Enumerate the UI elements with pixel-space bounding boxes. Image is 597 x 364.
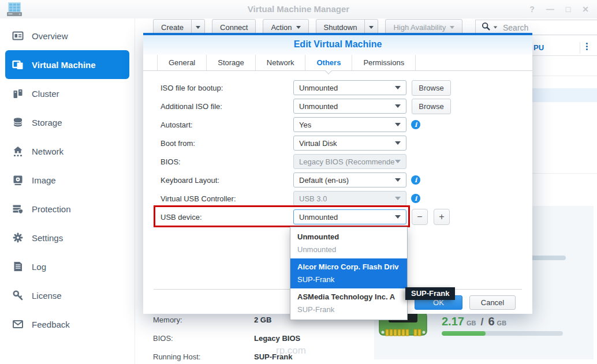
virtual-machine-icon — [12, 58, 24, 71]
memory-progress-fill — [442, 331, 486, 336]
usb-device-option-asmedia-technology-inc-a[interactable]: ASMedia Technology Inc. ASUP-Frank — [290, 288, 407, 318]
browse-button[interactable]: Browse — [412, 80, 451, 96]
info-icon[interactable]: i — [411, 175, 420, 185]
field-label: Additional ISO file: — [161, 102, 293, 111]
select-value: Legacy BIOS (Recommende — [299, 157, 394, 166]
tab-general[interactable]: General — [157, 55, 207, 70]
cpu-column-header: PU — [533, 43, 544, 52]
sidebar-item-label: Network — [32, 147, 64, 156]
select-value: Unmounted — [299, 213, 338, 222]
iso-file-for-bootup-select[interactable]: Unmounted — [293, 80, 406, 95]
usb-device-option-unmounted[interactable]: UnmountedUnmounted — [290, 228, 407, 258]
select-value: USB 3.0 — [299, 194, 327, 203]
column-divider — [580, 42, 580, 54]
select-value: Unmounted — [299, 84, 338, 92]
sidebar-item-feedback[interactable]: Feedback — [5, 310, 129, 339]
chevron-down-icon — [395, 123, 401, 126]
maximize-button[interactable]: □ — [566, 4, 570, 14]
table-row-divider — [531, 76, 597, 76]
sidebar-item-label: Settings — [32, 233, 63, 243]
option-title: ASMedia Technology Inc. A — [297, 292, 400, 301]
more-options-icon[interactable] — [586, 43, 588, 50]
memory-used-unit: GB — [467, 320, 476, 327]
dialog-tabs: GeneralStorageNetworkOthersPermissions — [143, 55, 532, 71]
search-icon — [482, 22, 490, 33]
tab-permissions[interactable]: Permissions — [352, 55, 416, 70]
vm-table-header: PU — [531, 40, 597, 56]
chevron-down-icon — [196, 26, 200, 29]
field-label: USB device: — [161, 213, 293, 222]
sidebar-item-log[interactable]: Log — [5, 252, 129, 281]
cpu-usage-bar — [532, 256, 566, 260]
autostart-select[interactable]: Yes — [293, 117, 406, 132]
add-usb-device-button[interactable]: + — [434, 209, 450, 225]
minimize-button[interactable]: — — [546, 4, 554, 14]
additional-iso-file-select[interactable]: Unmounted — [293, 99, 406, 114]
help-button[interactable]: ? — [529, 4, 535, 14]
dialog-title: Edit Virtual Machine — [143, 35, 532, 55]
sidebar-item-storage[interactable]: Storage — [5, 108, 129, 137]
sidebar-item-label: Log — [32, 262, 46, 272]
tab-network[interactable]: Network — [256, 55, 306, 70]
memory-total-unit: GB — [497, 320, 507, 327]
sidebar-item-protection[interactable]: Protection — [5, 194, 129, 223]
memory-usage-text: 2.17 GB / 6 GB — [442, 315, 506, 328]
search-filter-caret-icon[interactable] — [494, 27, 497, 29]
sidebar-item-license[interactable]: License — [5, 281, 129, 310]
field-label: Virtual USB Controller: — [161, 194, 293, 203]
keyboard-layout-select[interactable]: Default (en-us) — [293, 172, 406, 187]
field-label: Boot from: — [161, 139, 293, 148]
protection-icon — [12, 202, 24, 215]
bios-select: Legacy BIOS (Recommende — [293, 154, 406, 169]
info-icon[interactable]: i — [411, 194, 420, 203]
chevron-down-icon — [395, 86, 401, 89]
boot-from-select[interactable]: Virtual Disk — [293, 136, 406, 151]
form-row-autostart: Autostart:Yesi — [143, 115, 532, 134]
chevron-down-icon — [395, 160, 401, 163]
select-value: Yes — [299, 121, 311, 129]
app-title: Virtual Machine Manager — [0, 4, 597, 14]
field-label: Keyboard Layout: — [161, 176, 293, 185]
selected-table-row[interactable] — [531, 88, 597, 102]
tab-others[interactable]: Others — [305, 55, 352, 70]
chevron-down-icon — [395, 215, 401, 219]
edit-virtual-machine-dialog: Edit Virtual Machine GeneralStorageNetwo… — [143, 33, 532, 314]
sidebar-item-virtual-machine[interactable]: Virtual Machine — [5, 50, 129, 79]
form-row-bios: BIOS:Legacy BIOS (Recommende — [143, 152, 532, 171]
sup-frank-tooltip: SUP-Frank — [405, 287, 455, 300]
sidebar-item-cluster[interactable]: Cluster — [5, 79, 129, 108]
sidebar-item-overview[interactable]: Overview — [5, 21, 129, 50]
select-value: Unmounted — [299, 102, 338, 111]
remove-usb-device-button[interactable]: − — [412, 209, 428, 225]
usb-device-select[interactable]: Unmounted — [293, 209, 406, 224]
sidebar-item-label: Storage — [32, 118, 62, 127]
sidebar-item-label: Feedback — [32, 320, 70, 329]
sidebar-item-label: Cluster — [32, 89, 59, 99]
sidebar-item-image[interactable]: Image — [5, 166, 129, 194]
cancel-button[interactable]: Cancel — [469, 295, 516, 310]
log-icon — [12, 260, 24, 273]
field-label: BIOS: — [161, 157, 293, 166]
chevron-down-icon — [395, 197, 401, 200]
close-button[interactable]: ✕ — [582, 4, 589, 14]
usb-device-option-alcor-micro-corp-flash-driv[interactable]: Alcor Micro Corp. Flash DrivSUP-Frank — [290, 258, 407, 288]
info-icon[interactable]: i — [411, 120, 420, 129]
detail-label: BIOS: — [153, 334, 254, 343]
option-subtitle: SUP-Frank — [297, 305, 400, 314]
watermark: rp.com — [276, 345, 306, 357]
detail-value: 2 GB — [254, 316, 271, 324]
sidebar-item-network[interactable]: Network — [5, 137, 129, 166]
form-row-iso-file-for-bootup: ISO file for bootup:UnmountedBrowse — [143, 78, 532, 97]
tab-storage[interactable]: Storage — [207, 55, 256, 70]
sidebar-item-settings[interactable]: Settings — [5, 223, 129, 252]
option-title: Alcor Micro Corp. Flash Driv — [297, 262, 400, 271]
memory-separator: / — [480, 316, 483, 328]
option-subtitle: SUP-Frank — [297, 275, 400, 284]
field-label: ISO file for bootup: — [161, 84, 293, 92]
sidebar-item-label: Overview — [32, 31, 68, 41]
vm-detail-row-running-host: Running Host:SUP-Frank — [153, 347, 361, 364]
network-icon — [12, 145, 24, 157]
sidebar-item-label: License — [32, 291, 62, 301]
browse-button[interactable]: Browse — [412, 99, 451, 114]
feedback-icon — [12, 318, 24, 331]
